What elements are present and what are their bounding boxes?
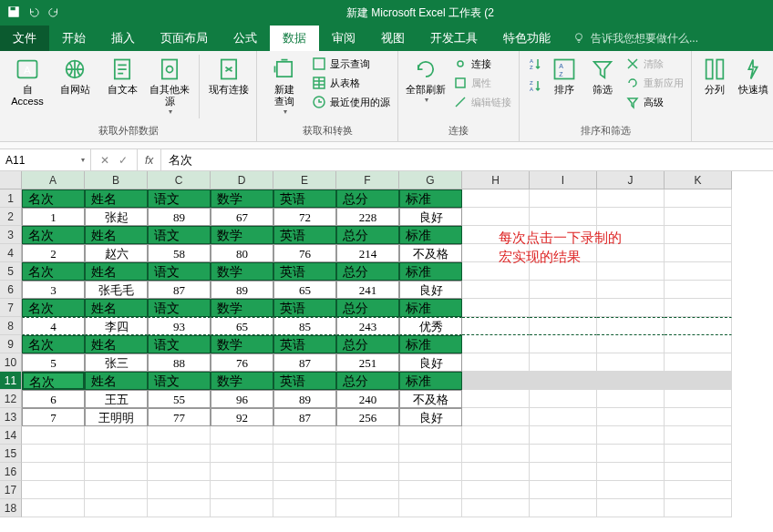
header-cell[interactable]: 数学: [211, 189, 273, 208]
data-cell[interactable]: 张起: [85, 208, 148, 226]
row-header[interactable]: 3: [0, 226, 22, 244]
empty-cell[interactable]: [336, 463, 399, 481]
tell-me[interactable]: 告诉我您想要做什么...: [563, 26, 707, 51]
empty-cell[interactable]: [530, 208, 597, 226]
empty-cell[interactable]: [148, 481, 211, 499]
empty-cell[interactable]: [399, 481, 462, 499]
col-header[interactable]: A: [22, 171, 85, 189]
empty-cell[interactable]: [665, 262, 732, 281]
empty-cell[interactable]: [665, 499, 732, 517]
data-cell[interactable]: 228: [336, 208, 399, 226]
tab-data[interactable]: 数据: [270, 26, 319, 51]
data-cell[interactable]: 张毛毛: [85, 281, 148, 299]
empty-cell[interactable]: [597, 353, 665, 372]
data-cell[interactable]: 87: [273, 408, 336, 426]
empty-cell[interactable]: [336, 445, 399, 463]
tab-file[interactable]: 文件: [0, 26, 49, 51]
data-cell[interactable]: 优秀: [399, 317, 462, 335]
empty-cell[interactable]: [530, 189, 597, 208]
btn-recent-sources[interactable]: 最近使用的源: [310, 93, 392, 111]
row-header[interactable]: 2: [0, 208, 22, 226]
empty-cell[interactable]: [665, 353, 732, 372]
data-cell[interactable]: 李四: [85, 317, 148, 335]
btn-existing-conn[interactable]: 现有连接: [207, 55, 251, 97]
col-header[interactable]: I: [530, 171, 597, 189]
empty-cell[interactable]: [148, 426, 211, 445]
empty-cell[interactable]: [530, 481, 597, 499]
data-cell[interactable]: 240: [336, 390, 399, 408]
row-header[interactable]: 1: [0, 189, 22, 208]
empty-cell[interactable]: [665, 426, 732, 445]
data-cell[interactable]: 1: [22, 208, 85, 226]
col-header[interactable]: F: [336, 171, 399, 189]
data-cell[interactable]: 89: [148, 208, 211, 226]
btn-flash-fill[interactable]: 快速填: [736, 55, 770, 97]
header-cell[interactable]: 语文: [148, 189, 211, 208]
empty-cell[interactable]: [462, 372, 530, 390]
header-cell[interactable]: 总分: [336, 372, 399, 390]
row-header[interactable]: 10: [0, 353, 22, 372]
data-cell[interactable]: 王明明: [85, 408, 148, 426]
btn-filter[interactable]: 筛选: [585, 55, 620, 97]
empty-cell[interactable]: [530, 299, 597, 317]
empty-cell[interactable]: [530, 390, 597, 408]
empty-cell[interactable]: [462, 408, 530, 426]
save-icon[interactable]: [7, 5, 20, 21]
header-cell[interactable]: 语文: [148, 335, 211, 353]
empty-cell[interactable]: [336, 426, 399, 445]
empty-cell[interactable]: [22, 426, 85, 445]
empty-cell[interactable]: [530, 408, 597, 426]
empty-cell[interactable]: [399, 445, 462, 463]
empty-cell[interactable]: [597, 317, 665, 335]
header-cell[interactable]: 名次: [22, 372, 85, 390]
empty-cell[interactable]: [597, 299, 665, 317]
data-cell[interactable]: 55: [148, 390, 211, 408]
data-cell[interactable]: 67: [211, 208, 273, 226]
btn-from-web[interactable]: 自网站: [53, 55, 97, 97]
header-cell[interactable]: 名次: [22, 335, 85, 353]
row-header[interactable]: 9: [0, 335, 22, 353]
data-cell[interactable]: 6: [22, 390, 85, 408]
data-cell[interactable]: 93: [148, 317, 211, 335]
data-cell[interactable]: 7: [22, 408, 85, 426]
data-cell[interactable]: 87: [148, 281, 211, 299]
empty-cell[interactable]: [211, 481, 273, 499]
empty-cell[interactable]: [597, 463, 665, 481]
empty-cell[interactable]: [462, 317, 530, 335]
header-cell[interactable]: 英语: [273, 335, 336, 353]
btn-from-text[interactable]: 自文本: [100, 55, 144, 97]
btn-clear[interactable]: 清除: [624, 55, 685, 73]
header-cell[interactable]: 总分: [336, 335, 399, 353]
btn-from-other[interactable]: 自其他来源▾: [148, 55, 191, 118]
header-cell[interactable]: 英语: [273, 189, 336, 208]
empty-cell[interactable]: [665, 226, 732, 244]
empty-cell[interactable]: [597, 208, 665, 226]
empty-cell[interactable]: [462, 390, 530, 408]
empty-cell[interactable]: [597, 372, 665, 390]
header-cell[interactable]: 姓名: [85, 372, 148, 390]
col-header[interactable]: K: [665, 171, 732, 189]
empty-cell[interactable]: [530, 499, 597, 517]
empty-cell[interactable]: [148, 445, 211, 463]
empty-cell[interactable]: [273, 445, 336, 463]
empty-cell[interactable]: [399, 426, 462, 445]
empty-cell[interactable]: [211, 426, 273, 445]
empty-cell[interactable]: [462, 208, 530, 226]
empty-cell[interactable]: [211, 499, 273, 517]
row-header[interactable]: 4: [0, 244, 22, 262]
undo-icon[interactable]: [27, 5, 40, 21]
header-cell[interactable]: 标准: [399, 372, 462, 390]
data-cell[interactable]: 3: [22, 281, 85, 299]
data-cell[interactable]: 4: [22, 317, 85, 335]
empty-cell[interactable]: [399, 463, 462, 481]
empty-cell[interactable]: [665, 335, 732, 353]
btn-properties[interactable]: 属性: [451, 74, 513, 92]
empty-cell[interactable]: [597, 445, 665, 463]
empty-cell[interactable]: [665, 244, 732, 262]
data-cell[interactable]: 不及格: [399, 390, 462, 408]
empty-cell[interactable]: [273, 481, 336, 499]
empty-cell[interactable]: [462, 335, 530, 353]
row-header[interactable]: 7: [0, 299, 22, 317]
data-cell[interactable]: 良好: [399, 408, 462, 426]
header-cell[interactable]: 语文: [148, 372, 211, 390]
